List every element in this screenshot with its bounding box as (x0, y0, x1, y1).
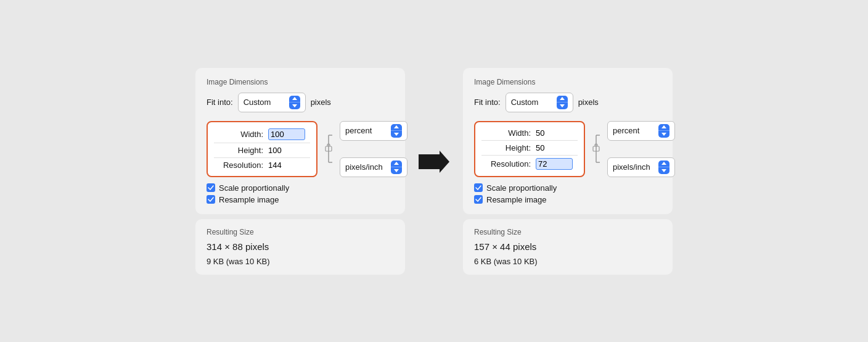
right-arrow-svg (419, 151, 449, 173)
left-fit-into-up-arrow[interactable] (289, 96, 300, 102)
right-percent-row: percent (607, 121, 675, 141)
left-pixelsinch-down[interactable] (391, 167, 402, 174)
left-width-row: Width: (214, 126, 310, 143)
left-fit-into-label: Fit into: (207, 98, 233, 107)
right-height-row: Height: (481, 141, 578, 156)
right-percent-down[interactable] (658, 131, 669, 138)
right-result-panel: Resulting Size 157 × 44 pixels 6 KB (was… (463, 219, 673, 275)
left-width-label: Width: (214, 130, 263, 139)
right-result-title: Resulting Size (474, 228, 661, 236)
left-fit-into-down-arrow[interactable] (289, 102, 300, 109)
svg-marker-4 (419, 151, 449, 173)
right-fields-box: Width: Height: Resolution: (474, 121, 585, 177)
right-lock-bracket (590, 121, 602, 177)
left-pixelsinch-row: pixels/inch (340, 157, 407, 177)
left-pixelsinch-up[interactable] (391, 161, 402, 167)
right-result-kb: 6 KB (was 10 KB) (474, 257, 661, 266)
left-panel-title: Image Dimensions (207, 78, 394, 86)
left-percent-up[interactable] (391, 124, 402, 131)
right-resolution-label: Resolution: (481, 159, 531, 169)
right-column: Image Dimensions Fit into: Custom pix (463, 68, 673, 275)
left-result-size: 314 × 88 pixels (207, 241, 394, 252)
right-pixelsinch-select[interactable]: pixels/inch (607, 157, 675, 177)
right-resolution-row: Resolution: (481, 156, 578, 172)
right-pixelsinch-down[interactable] (658, 167, 669, 174)
arrow-icon (416, 151, 452, 173)
left-percent-value: percent (345, 126, 387, 135)
right-fit-into-stepper[interactable] (557, 96, 568, 109)
left-fit-into-row: Fit into: Custom pixels (207, 93, 394, 112)
right-height-input[interactable] (536, 143, 573, 152)
right-fit-into-label: Fit into: (474, 98, 501, 107)
left-right-select-col: percent (340, 121, 407, 177)
right-width-label: Width: (481, 128, 531, 138)
left-pixelsinch-value: pixels/inch (345, 162, 387, 172)
left-resolution-label: Resolution: (214, 161, 263, 170)
left-height-label: Height: (214, 146, 263, 155)
left-fields-box: Width: Height: Resolution: (207, 121, 317, 177)
left-height-row: Height: (214, 143, 310, 158)
left-fit-into-stepper[interactable] (289, 96, 300, 109)
right-pixelsinch-up[interactable] (658, 161, 669, 167)
main-wrapper: Image Dimensions Fit into: Custom pix (183, 56, 685, 287)
right-percent-value: percent (613, 126, 655, 135)
right-result-size: 157 × 44 pixels (474, 241, 661, 252)
left-fit-into-select[interactable]: Custom (238, 93, 306, 112)
right-fit-into-down-arrow[interactable] (557, 102, 568, 109)
left-resample-image-checkbox[interactable] (207, 195, 215, 204)
left-scale-proportionally-row[interactable]: Scale proportionally (207, 183, 394, 193)
right-fit-into-select[interactable]: Custom (506, 93, 573, 112)
right-height-label: Height: (481, 143, 531, 152)
left-result-panel: Resulting Size 314 × 88 pixels 9 KB (was… (195, 219, 405, 275)
left-lock-bracket (322, 121, 335, 177)
right-image-dimensions-panel: Image Dimensions Fit into: Custom pix (463, 68, 673, 214)
right-right-select-col: percent (607, 121, 675, 177)
right-scale-proportionally-checkbox[interactable] (474, 183, 483, 192)
left-column: Image Dimensions Fit into: Custom pix (195, 68, 405, 275)
right-checkboxes: Scale proportionally Resample image (474, 183, 661, 204)
right-pixelsinch-value: pixels/inch (613, 162, 655, 172)
right-scale-proportionally-row[interactable]: Scale proportionally (474, 183, 661, 193)
right-percent-up[interactable] (658, 124, 669, 131)
right-percent-select[interactable]: percent (607, 121, 675, 141)
right-percent-stepper[interactable] (658, 124, 669, 138)
left-percent-stepper[interactable] (391, 124, 402, 138)
left-pixels-label: pixels (311, 98, 331, 107)
left-fit-into-value: Custom (244, 98, 285, 107)
left-checkboxes: Scale proportionally Resample image (207, 183, 394, 204)
right-width-input[interactable] (536, 128, 573, 138)
left-pixelsinch-select[interactable]: pixels/inch (340, 157, 407, 177)
left-dimensions-area: Width: Height: Resolution: (207, 121, 394, 177)
right-pixelsinch-row: pixels/inch (607, 157, 675, 177)
right-resolution-input[interactable] (536, 158, 573, 170)
right-pixelsinch-stepper[interactable] (658, 161, 669, 174)
right-pixels-label: pixels (578, 98, 599, 107)
right-scale-proportionally-label: Scale proportionally (486, 183, 557, 193)
right-dimensions-area: Width: Height: Resolution: (474, 121, 661, 177)
left-percent-select[interactable]: percent (340, 121, 407, 141)
left-height-input[interactable] (268, 146, 305, 155)
left-lock-svg (322, 130, 335, 167)
right-resample-image-label: Resample image (486, 195, 547, 204)
right-resample-image-row[interactable]: Resample image (474, 195, 661, 204)
left-scale-proportionally-checkbox[interactable] (207, 183, 215, 192)
right-width-row: Width: (481, 126, 578, 141)
right-fit-into-row: Fit into: Custom pixels (474, 93, 661, 112)
right-panel-title: Image Dimensions (474, 78, 661, 86)
right-resample-image-checkbox[interactable] (474, 195, 483, 204)
right-fit-into-up-arrow[interactable] (557, 96, 568, 102)
left-resolution-input[interactable] (268, 161, 305, 170)
right-lock-svg (590, 130, 602, 167)
left-resample-image-label: Resample image (219, 195, 279, 204)
left-result-kb: 9 KB (was 10 KB) (207, 257, 394, 266)
left-resolution-row: Resolution: (214, 158, 310, 172)
left-scale-proportionally-label: Scale proportionally (219, 183, 289, 193)
left-resample-image-row[interactable]: Resample image (207, 195, 394, 204)
right-fit-into-value: Custom (511, 98, 553, 107)
left-image-dimensions-panel: Image Dimensions Fit into: Custom pix (195, 68, 405, 214)
left-pixelsinch-stepper[interactable] (391, 161, 402, 174)
left-result-title: Resulting Size (207, 228, 394, 236)
left-percent-row: percent (340, 121, 407, 141)
left-width-input[interactable] (268, 128, 305, 140)
left-percent-down[interactable] (391, 131, 402, 138)
